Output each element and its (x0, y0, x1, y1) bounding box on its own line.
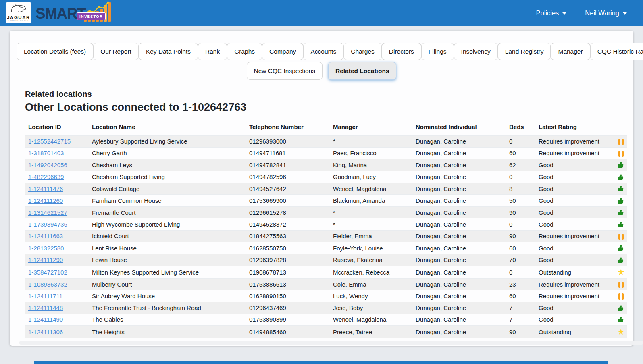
location-id-link[interactable]: 1-124111476 (28, 185, 63, 192)
cell-rating-icon (612, 314, 627, 326)
tab-our-report[interactable]: Our Report (93, 43, 139, 60)
tab-rank[interactable]: Rank (198, 43, 227, 60)
cell-rating-icon (612, 254, 627, 266)
cell-telephone-number: 01753669900 (246, 195, 330, 207)
cell-beds: 50 (506, 195, 535, 207)
thumbs-up-icon (618, 185, 624, 192)
jaguar-logo: JAGUAR COMPUTERS LTD (6, 2, 31, 23)
cell-manager: Goodman, Lucy (330, 171, 412, 183)
cell-beds: 90 (506, 230, 535, 242)
tab-company[interactable]: Company (262, 43, 303, 60)
cell-nominated-individual: Dunagan, Caroline (412, 326, 506, 338)
thumbs-up-icon (618, 209, 624, 216)
cell-rating-icon (612, 302, 627, 314)
cell-location-name: Icknield Court (89, 230, 246, 242)
location-id-link[interactable]: 1-124111306 (28, 329, 63, 335)
cell-rating-icon (612, 135, 627, 147)
tab-related-locations[interactable]: Related Locations (328, 62, 397, 79)
footer-bar (34, 361, 608, 364)
location-id-link[interactable]: 1-1089363732 (28, 281, 67, 288)
top-navbar: JAGUAR COMPUTERS LTD SMART (0, 0, 643, 26)
location-id-link[interactable]: 1-1314621527 (28, 209, 67, 216)
cell-beds: 60 (506, 147, 535, 159)
cell-rating-icon (612, 206, 627, 218)
cell-nominated-individual: Dunagan, Caroline (412, 302, 506, 314)
location-id-link[interactable]: 1-124111448 (28, 304, 63, 311)
cell-beds: 0 (506, 171, 535, 183)
table-row: 1-318701403Cherry Garth01494711681Paes, … (25, 147, 627, 159)
cell-nominated-individual: Dunagan, Caroline (412, 254, 506, 266)
table-row: 1-124111260Farnham Common House017536699… (25, 195, 627, 207)
tab-directors[interactable]: Directors (382, 43, 421, 60)
table-row: 1-12552442715Aylesbury Supported Living … (25, 135, 627, 147)
tab-charges[interactable]: Charges (343, 43, 382, 60)
location-id-link[interactable]: 1-124111290 (28, 256, 63, 263)
column-header-location-name: Location Name (89, 120, 246, 136)
star-icon: ★ (618, 268, 625, 277)
thumbs-up-icon (618, 220, 624, 227)
horizontal-scrollbar[interactable] (19, 341, 643, 345)
tab-new-cqc-inspections[interactable]: New CQC Inspections (247, 62, 323, 79)
cell-manager: Ruseva, Ekaterina (330, 254, 412, 266)
location-id-link[interactable]: 1-124111490 (28, 316, 63, 323)
cell-telephone-number: 01908678713 (246, 266, 330, 279)
tab-accounts[interactable]: Accounts (303, 43, 343, 60)
nav-item-neil-waring[interactable]: Neil Waring (585, 9, 627, 17)
tab-manager[interactable]: Manager (551, 43, 590, 60)
location-id-link[interactable]: 1-12552442715 (28, 138, 71, 145)
cell-telephone-number: 01296393000 (246, 135, 330, 147)
tab-location-details-fees[interactable]: Location Details (fees) (17, 43, 93, 60)
column-header-nominated-individual: Nominated Individual (412, 120, 506, 136)
location-id-link[interactable]: 1-124111260 (28, 197, 63, 204)
tab-key-data-points[interactable]: Key Data Points (139, 43, 198, 60)
cell-latest-rating: Good (535, 171, 612, 183)
tab-land-registry[interactable]: Land Registry (498, 43, 551, 60)
section-title: Related locations (25, 89, 628, 99)
cell-location-name: High Wycombe Supported Living (89, 218, 246, 231)
table-row: 1-124111290Lewin House01296397828Ruseva,… (25, 254, 627, 266)
main-card: Location Details (fees)Our ReportKey Dat… (10, 31, 633, 346)
location-id-link[interactable]: 1-1739394736 (28, 221, 67, 228)
table-row: 1-1492042056Chesham Leys01494782841King,… (25, 159, 627, 171)
cell-rating-icon (612, 230, 627, 242)
table-row: 1-124111711Sir Aubrey Ward House01628890… (25, 290, 627, 302)
cell-nominated-individual: Dunagan, Caroline (412, 218, 506, 231)
cell-beds: 90 (506, 326, 535, 338)
cell-latest-rating: Good (535, 195, 612, 207)
cell-location-id: 1-124111490 (25, 314, 89, 326)
location-id-link[interactable]: 1-124111663 (28, 233, 63, 239)
page-title: Other Locations connected to 1-102642763 (25, 101, 628, 114)
tab-insolvency[interactable]: Insolvency (454, 43, 498, 60)
cell-latest-rating: Good (535, 159, 612, 171)
cell-manager: Fielder, Emma (330, 230, 412, 242)
column-header-telephone-number: Telephone Number (246, 120, 330, 136)
nav-item-policies[interactable]: Policies (536, 9, 566, 17)
location-id-link[interactable]: 1-482296639 (28, 173, 64, 180)
cell-rating-icon (612, 147, 627, 159)
brand-logo[interactable]: JAGUAR COMPUTERS LTD SMART (6, 2, 118, 23)
cell-latest-rating: Good (535, 218, 612, 231)
cell-latest-rating: Requires improvement (535, 147, 612, 159)
cell-latest-rating: Requires improvement (535, 279, 612, 290)
cell-location-id: 1-124111663 (25, 230, 89, 242)
location-id-link[interactable]: 1-318701403 (28, 150, 64, 156)
table-row: 1-3584727102Milton Keynes Supported Livi… (25, 266, 627, 279)
tab-graphs[interactable]: Graphs (227, 43, 262, 60)
cell-beds: 8 (506, 183, 535, 195)
cell-nominated-individual: Dunagan, Caroline (412, 159, 506, 171)
cell-latest-rating: Good (535, 254, 612, 266)
tab-filings[interactable]: Filings (421, 43, 454, 60)
cell-telephone-number: 01494711681 (246, 147, 330, 159)
header-nav: PoliciesNeil Waring (536, 9, 627, 17)
column-header-manager: Manager (330, 120, 412, 136)
cell-rating-icon: ★ (612, 266, 627, 279)
tab-cqc-historic-ratings[interactable]: CQC Historic Ratings (590, 43, 643, 60)
cell-rating-icon (612, 279, 627, 290)
cell-location-id: 1-1739394736 (25, 218, 89, 231)
location-id-link[interactable]: 1-1492042056 (28, 162, 67, 168)
location-id-link[interactable]: 1-124111711 (28, 293, 62, 300)
location-id-link[interactable]: 1-3584727102 (28, 269, 67, 276)
pause-icon (618, 234, 624, 240)
cell-nominated-individual: Dunagan, Caroline (412, 135, 506, 147)
location-id-link[interactable]: 1-281322580 (28, 245, 64, 252)
